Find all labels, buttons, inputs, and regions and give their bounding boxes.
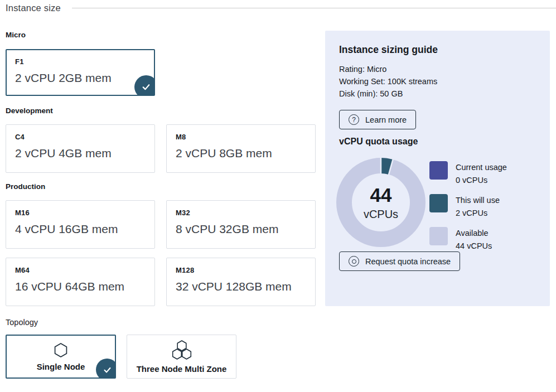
instance-desc: 2 vCPU 8GB mem [176,147,306,160]
section-label-production: Production [6,182,45,191]
legend-item-available: Available 44 vCPUs [429,227,507,253]
section-header: Instance size [6,3,556,13]
guide-specs: Rating: Micro Working Set: 100K streams … [339,63,437,100]
instance-code: M128 [176,266,306,274]
legend-swatch-available [429,227,448,245]
instance-card-m128[interactable]: M128 32 vCPU 128GB mem [166,258,316,306]
question-mark-icon: ? [349,114,359,125]
learn-more-label: Learn more [365,115,407,124]
quota-gauge-icon [349,256,359,267]
section-label-topology: Topology [6,318,38,327]
instance-desc: 8 vCPU 32GB mem [176,222,306,236]
learn-more-button[interactable]: ? Learn more [339,110,416,129]
single-hexagon-icon [54,342,68,358]
instance-card-m8[interactable]: M8 2 vCPU 8GB mem [166,124,316,173]
vcpu-quota-donut-chart: 44 vCPUs [336,158,426,247]
instance-code: M16 [15,209,146,217]
three-hexagons-icon [171,340,192,360]
header-divider [72,8,556,8]
instance-code: M8 [176,133,306,141]
topology-label: Three Node Multi Zone [137,364,227,374]
instance-code: F1 [15,57,146,66]
legend-value: 2 vCPUs [456,207,500,220]
instance-card-m32[interactable]: M32 8 vCPU 32GB mem [166,200,316,249]
legend-item-this-will-use: This will use 2 vCPUs [429,194,507,220]
instance-desc: 2 vCPU 2GB mem [15,71,146,85]
selected-check-icon [96,359,116,379]
instance-card-c4[interactable]: C4 2 vCPU 4GB mem [6,124,155,173]
quota-total-value: 44 [370,184,392,206]
quota-total-unit: vCPUs [364,208,398,221]
instance-sizing-guide-panel: Instance sizing guide Rating: Micro Work… [325,31,550,306]
quota-usage-heading: vCPU quota usage [339,137,418,147]
selected-check-icon [134,75,155,96]
spec-rating: Rating: Micro [339,63,437,75]
instance-card-f1[interactable]: F1 2 vCPU 2GB mem [6,49,155,96]
legend-value: 0 vCPUs [456,174,507,187]
instance-desc: 4 vCPU 16GB mem [15,222,146,236]
instance-code: C4 [15,133,146,141]
request-quota-increase-button[interactable]: Request quota increase [339,251,460,271]
request-quota-label: Request quota increase [365,257,451,266]
legend-swatch-will-use [429,194,448,212]
instance-card-m16[interactable]: M16 4 vCPU 16GB mem [6,200,155,249]
instance-desc: 32 vCPU 128GB mem [176,280,306,293]
legend-swatch-current [429,161,448,180]
legend-label: Current usage [456,161,507,174]
section-label-development: Development [6,107,53,115]
instance-desc: 2 vCPU 4GB mem [15,147,146,160]
guide-title: Instance sizing guide [339,44,438,56]
topology-label: Single Node [37,362,85,371]
instance-card-m64[interactable]: M64 16 vCPU 64GB mem [6,258,155,306]
page-title: Instance size [6,3,61,13]
topology-card-single-node[interactable]: Single Node [6,335,116,379]
instance-code: M64 [15,266,146,274]
instance-desc: 16 vCPU 64GB mem [15,280,146,293]
donut-center-label: 44 vCPUs [336,158,426,247]
legend-label: Available [456,227,492,240]
legend-label: This will use [456,194,500,207]
legend-value: 44 vCPUs [456,240,492,253]
quota-legend: Current usage 0 vCPUs This will use 2 vC… [429,161,507,253]
legend-item-current-usage: Current usage 0 vCPUs [429,161,507,187]
instance-code: M32 [176,209,306,217]
spec-disk-min: Disk (min): 50 GB [339,88,437,100]
section-label-micro: Micro [6,31,26,39]
topology-card-three-node-multi-zone[interactable]: Three Node Multi Zone [127,335,236,379]
spec-working-set: Working Set: 100K streams [339,75,437,88]
